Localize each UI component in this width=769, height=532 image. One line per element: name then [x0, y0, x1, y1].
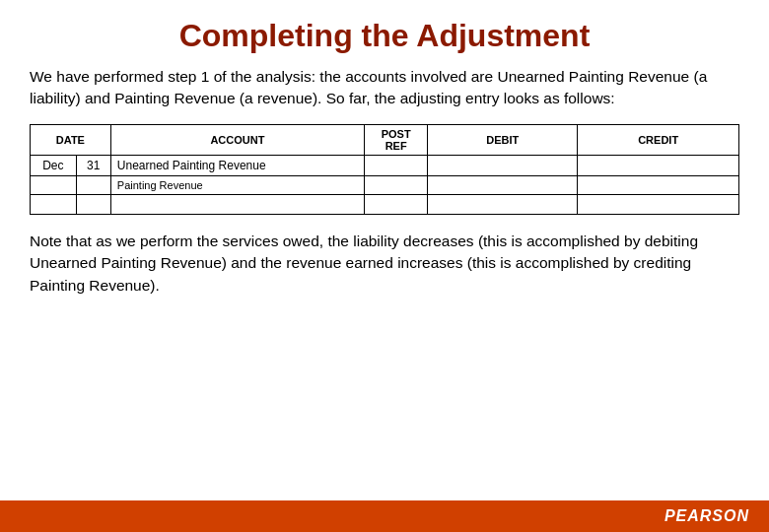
intro-text: We have performed step 1 of the analysis…: [30, 66, 739, 110]
row2-credit: [578, 175, 739, 194]
header-debit: DEBIT: [428, 124, 578, 155]
row1-credit: [578, 155, 739, 175]
footer-bar: PEARSON: [0, 500, 769, 532]
header-credit: CREDIT: [578, 124, 739, 155]
row3-day: [76, 194, 110, 214]
page-container: Completing the Adjustment We have perfor…: [0, 0, 769, 532]
row1-month: Dec: [31, 155, 77, 175]
header-date: DATE: [31, 124, 111, 155]
row1-day: 31: [76, 155, 110, 175]
row3-debit: [428, 194, 578, 214]
table-row: [31, 194, 739, 214]
bottom-text: Note that as we perform the services owe…: [30, 231, 739, 297]
table-row: Painting Revenue: [31, 175, 739, 194]
row1-account: Unearned Painting Revenue: [110, 155, 364, 175]
row1-post-ref: [365, 155, 428, 175]
table-row: Dec 31 Unearned Painting Revenue: [31, 155, 739, 175]
row2-debit: [428, 175, 578, 194]
journal-table: DATE ACCOUNT POSTREF DEBIT CREDIT Dec 31…: [30, 124, 739, 215]
pearson-logo: PEARSON: [664, 507, 749, 525]
row3-month: [31, 194, 77, 214]
row2-day: [76, 175, 110, 194]
row2-post-ref: [365, 175, 428, 194]
row3-account: [110, 194, 364, 214]
row2-account: Painting Revenue: [110, 175, 364, 194]
row3-post-ref: [365, 194, 428, 214]
row2-month: [31, 175, 77, 194]
header-post-ref: POSTREF: [365, 124, 428, 155]
row1-debit: [428, 155, 578, 175]
header-account: ACCOUNT: [110, 124, 364, 155]
page-title: Completing the Adjustment: [30, 18, 739, 54]
row3-credit: [578, 194, 739, 214]
